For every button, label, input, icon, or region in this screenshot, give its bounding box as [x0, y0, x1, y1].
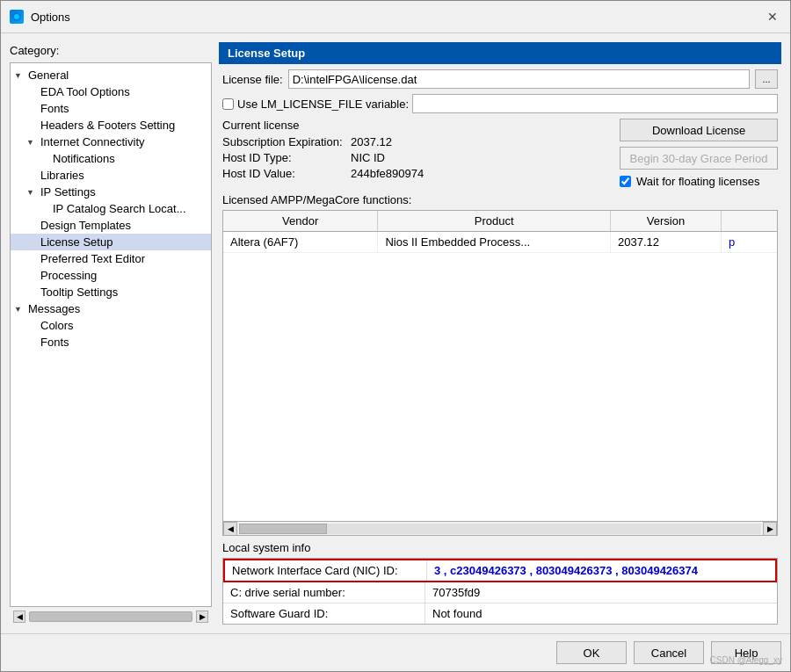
licensed-ampp-label: Licensed AMPP/MegaCore functions:	[222, 193, 778, 206]
table-cell-1: Nios II Embedded Process...	[378, 232, 611, 252]
hscroll-track[interactable]	[239, 524, 761, 534]
table-scrollbar[interactable]: ◀ ▶	[223, 521, 777, 535]
footer: OK Cancel Help	[1, 633, 790, 671]
watermark: CSDN @Alegg_xy	[710, 655, 782, 665]
license-file-row: License file: ...	[219, 69, 781, 89]
sidebar-item-general[interactable]: ▼General	[11, 67, 211, 83]
license-info: Current license Subscription Expiration:…	[222, 119, 613, 188]
tree-container[interactable]: ▼GeneralEDA Tool OptionsFontsHeaders & F…	[10, 62, 212, 607]
local-info-key-1: C: drive serial number:	[223, 582, 425, 603]
current-license-title: Current license	[222, 119, 613, 132]
lm-license-input[interactable]	[412, 94, 778, 113]
sidebar: Category: ▼GeneralEDA Tool OptionsFontsH…	[10, 42, 212, 625]
tree-label-tooltip-settings: Tooltip Settings	[40, 285, 118, 299]
sidebar-item-license-setup[interactable]: License Setup	[11, 234, 211, 250]
tree-label-preferred-text-editor: Preferred Text Editor	[40, 252, 145, 265]
tree-label-design-templates: Design Templates	[40, 219, 131, 232]
sidebar-item-notifications[interactable]: Notifications	[11, 150, 211, 167]
tree-label-fonts: Fonts	[40, 102, 69, 115]
scroll-right-btn[interactable]: ▶	[196, 611, 208, 623]
host-id-type-value: NIC ID	[351, 151, 385, 164]
local-info-val-2: Not found	[425, 603, 777, 624]
table-section: Licensed AMPP/MegaCore functions: Vendor…	[219, 193, 781, 536]
sidebar-item-ip-settings[interactable]: ▼IP Settings	[11, 184, 211, 200]
sidebar-item-internet-connectivity[interactable]: ▼Internet Connectivity	[11, 134, 211, 150]
tree-label-eda-tool-options: EDA Tool Options	[40, 85, 130, 98]
hscroll-thumb[interactable]	[239, 524, 327, 534]
host-id-value-row: Host ID Value: 244bfe890974	[222, 167, 613, 180]
wait-floating-checkbox[interactable]	[620, 176, 631, 187]
tree-label-processing: Processing	[40, 269, 97, 282]
hscroll-right-btn[interactable]: ▶	[763, 522, 777, 536]
local-info-val-0: 3 , c23049426373 , 803049426373 , 803049…	[427, 560, 775, 581]
sidebar-item-eda-tool-options[interactable]: EDA Tool Options	[11, 83, 211, 100]
local-info-key-0: Network Interface Card (NIC) ID:	[225, 560, 427, 581]
local-info-row-0: Network Interface Card (NIC) ID:3 , c230…	[223, 559, 777, 582]
host-id-value-label: Host ID Value:	[222, 167, 345, 180]
cancel-button[interactable]: Cancel	[634, 641, 704, 664]
host-id-value: 244bfe890974	[351, 167, 424, 180]
scroll-thumb[interactable]	[29, 611, 192, 622]
dialog-title: Options	[31, 11, 764, 24]
local-info-val-1: 70735fd9	[425, 582, 777, 603]
sidebar-item-headers-footers[interactable]: Headers & Footers Setting	[11, 117, 211, 134]
grace-period-button[interactable]: Begin 30-day Grace Period	[620, 147, 778, 170]
dialog-icon	[10, 10, 24, 24]
table-header: Vendor Product Version	[223, 211, 777, 232]
hscroll-left-btn[interactable]: ◀	[223, 522, 237, 536]
sidebar-item-libraries[interactable]: Libraries	[11, 167, 211, 184]
license-file-input[interactable]	[288, 69, 750, 89]
panel-content: License file: ... Use LM_LICENSE_FILE va…	[219, 69, 781, 625]
wait-for-floating-row: Wait for floating licenses	[620, 175, 778, 188]
sidebar-item-ip-catalog-search[interactable]: IP Catalog Search Locat...	[11, 200, 211, 217]
table-cell-2: 2037.12	[611, 232, 722, 252]
local-info-row-2: Software Guard ID:Not found	[223, 603, 777, 624]
subscription-label: Subscription Expiration:	[222, 135, 345, 148]
tree-arrow-general: ▼	[14, 71, 26, 80]
license-file-label: License file:	[222, 73, 283, 86]
table-cell-0: Altera (6AF7)	[223, 232, 378, 252]
table-cell-3: p	[722, 232, 777, 252]
tree-label-messages: Messages	[28, 302, 80, 315]
title-bar: Options ✕	[1, 1, 790, 33]
sidebar-item-design-templates[interactable]: Design Templates	[11, 217, 211, 234]
right-panel: License Setup License file: ... Use LM_L…	[219, 42, 781, 625]
current-license-section: Current license Subscription Expiration:…	[219, 119, 781, 188]
tree-label-colors: Colors	[40, 319, 74, 332]
sidebar-item-preferred-text-editor[interactable]: Preferred Text Editor	[11, 250, 211, 267]
sidebar-item-processing[interactable]: Processing	[11, 267, 211, 284]
options-dialog: Options ✕ Category: ▼GeneralEDA Tool Opt…	[0, 0, 791, 672]
ok-button[interactable]: OK	[556, 641, 627, 664]
table-body[interactable]: Altera (6AF7)Nios II Embedded Process...…	[223, 232, 777, 521]
local-info-table: Network Interface Card (NIC) ID:3 , c230…	[222, 558, 778, 625]
table-container: Vendor Product Version Altera (6AF7)Nios…	[222, 210, 778, 536]
tree-label-internet-connectivity: Internet Connectivity	[40, 135, 145, 148]
table-row[interactable]: Altera (6AF7)Nios II Embedded Process...…	[223, 232, 777, 253]
host-id-type-label: Host ID Type:	[222, 151, 345, 164]
tree-arrow-internet-connectivity: ▼	[26, 138, 39, 147]
extra-column-header	[722, 211, 777, 231]
download-license-button[interactable]: Download License	[620, 119, 778, 141]
sidebar-item-fonts[interactable]: Fonts	[11, 100, 211, 117]
subscription-row: Subscription Expiration: 2037.12	[222, 135, 613, 148]
lm-license-row: Use LM_LICENSE_FILE variable:	[219, 94, 781, 113]
sidebar-item-colors[interactable]: Colors	[11, 317, 211, 334]
close-button[interactable]: ✕	[764, 8, 781, 25]
tree-label-headers-footers: Headers & Footers Setting	[40, 119, 175, 132]
license-buttons: Download License Begin 30-day Grace Peri…	[620, 119, 778, 188]
browse-button[interactable]: ...	[755, 69, 778, 89]
category-label: Category:	[10, 42, 212, 59]
dialog-body: Category: ▼GeneralEDA Tool OptionsFontsH…	[1, 33, 790, 633]
tree-label-general: General	[28, 69, 69, 82]
product-column-header: Product	[378, 211, 611, 231]
sidebar-item-messages[interactable]: ▼Messages	[11, 300, 211, 317]
tree-arrow-messages: ▼	[14, 305, 26, 314]
tree-label-notifications: Notifications	[53, 152, 115, 165]
sidebar-item-tooltip-settings[interactable]: Tooltip Settings	[11, 284, 211, 300]
lm-license-checkbox[interactable]	[222, 98, 234, 110]
tree-label-ip-settings: IP Settings	[40, 185, 96, 199]
scroll-left-btn[interactable]: ◀	[13, 611, 25, 623]
sidebar-item-fonts2[interactable]: Fonts	[11, 334, 211, 350]
panel-header: License Setup	[219, 42, 781, 64]
wait-floating-label: Wait for floating licenses	[636, 175, 759, 188]
